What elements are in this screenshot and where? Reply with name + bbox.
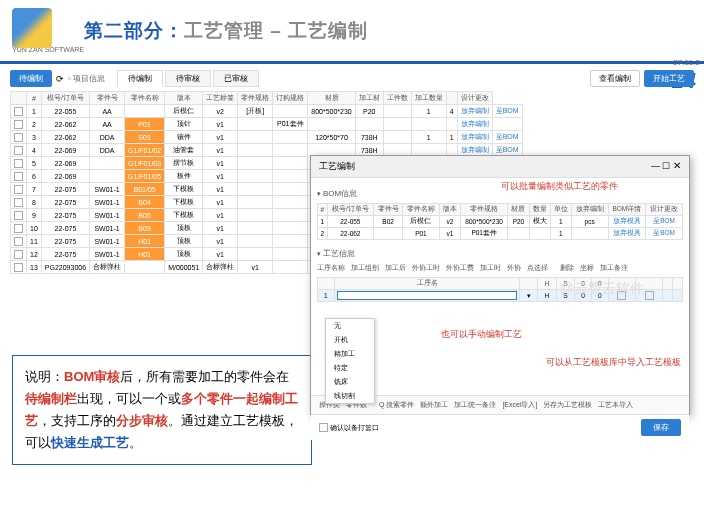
workstep-grid: 工序名HS00 1 ▾ HS00 [317, 277, 683, 302]
table-row[interactable]: 222-062AAP01顶针v1P01套件放弃编制 [11, 118, 523, 131]
bom-table: #模号/订单号零件号零件名称版本零件规格材质数量单位放弃编制BOM详情设计更改 … [317, 203, 683, 240]
dialog-title: 工艺编制 [319, 160, 355, 173]
row-checkbox[interactable] [11, 261, 27, 274]
col-header: # [27, 92, 42, 105]
minimize-icon[interactable]: — [651, 161, 660, 171]
col-header: 版本 [165, 92, 203, 105]
dropdown-item[interactable]: 开机 [326, 333, 374, 347]
table-row[interactable]: 222-062P01v1P01套件1放弃模具至BOM [318, 228, 683, 240]
dropdown-item[interactable]: 特定 [326, 361, 374, 375]
col-header: 订购规格 [273, 92, 308, 105]
row-checkbox[interactable] [11, 131, 27, 144]
ws-column-label: 加工后 [385, 263, 406, 273]
save-button[interactable]: 保存 [641, 419, 681, 436]
workstep-dropdown: 无开机精加工特定铣床线切割 [325, 318, 375, 404]
row-checkbox[interactable] [11, 209, 27, 222]
row-checkbox[interactable] [11, 170, 27, 183]
logo: YUN ZAN SOFTWARE [12, 8, 84, 53]
start-process-button[interactable]: 开始工艺 [644, 70, 694, 87]
confirm-checkbox[interactable]: 确认以备打篮口 [319, 423, 379, 433]
footer-action[interactable]: Q 搜索零件 [379, 400, 414, 410]
tab-review[interactable]: 待审核 [165, 70, 211, 87]
workstep-columns: 工序名称加工组别加工后外协工时外协工费加工时外协点选择删除坐标加工备注 [317, 263, 683, 273]
ws-column-label: 删除 [560, 263, 574, 273]
maximize-icon[interactable]: ☐ [662, 161, 670, 171]
option-checkbox[interactable] [645, 291, 654, 300]
ws-column-label: 加工备注 [600, 263, 628, 273]
annotation-batch: 可以批量编制类似工艺的零件 [501, 180, 618, 193]
project-filter[interactable]: ▫ 项目信息 [68, 73, 105, 84]
col-header: 设计更改 [457, 92, 492, 105]
footer-action[interactable]: 加工统一备注 [454, 400, 496, 410]
option-checkbox[interactable] [617, 291, 626, 300]
col-header: 加工数量 [411, 92, 446, 105]
col-header: 零件号 [90, 92, 125, 105]
status-tabs: 待编制 待审核 已审核 [117, 70, 259, 87]
table-row[interactable]: 322-062DDAS01镶件v1120*50*70738H11放弃编制至BOM [11, 131, 523, 144]
ws-column-label: 工序名称 [317, 263, 345, 273]
ws-column-label: 外协 [507, 263, 521, 273]
footer-action[interactable]: [Excel导入] [502, 400, 537, 410]
dropdown-trigger[interactable]: ▾ [520, 290, 538, 302]
ws-column-label: 加工时 [480, 263, 501, 273]
tab-pending[interactable]: 待编制 [117, 70, 163, 87]
row-checkbox[interactable] [11, 196, 27, 209]
col-header: 零件规格 [238, 92, 273, 105]
ws-column-label: 点选择 [527, 263, 548, 273]
ws-column-label: 加工组别 [351, 263, 379, 273]
bom-section-toggle[interactable]: BOM信息 [317, 188, 683, 199]
ws-column-label: 坐标 [580, 263, 594, 273]
row-checkbox[interactable] [11, 118, 27, 131]
footer-action[interactable]: 工艺本导入 [598, 400, 633, 410]
annotation-template: 可以从工艺模板库中导入工艺模板 [546, 356, 681, 369]
row-checkbox[interactable] [11, 183, 27, 196]
row-checkbox[interactable] [11, 157, 27, 170]
row-checkbox[interactable] [11, 248, 27, 261]
dialog-header: 工艺编制 — ☐ ✕ [311, 156, 689, 178]
tab-done[interactable]: 已审核 [213, 70, 259, 87]
col-header: 零件名称 [125, 92, 165, 105]
row-checkbox[interactable] [11, 235, 27, 248]
dropdown-item[interactable]: 无 [326, 319, 374, 333]
toolbar: 待编制 ⟳ ▫ 项目信息 待编制 待审核 已审核 查看编制 开始工艺 [10, 70, 694, 87]
process-edit-dialog: 工艺编制 — ☐ ✕ BOM信息 可以批量编制类似工艺的零件 #模号/订单号零件… [310, 155, 690, 415]
refresh-icon[interactable]: ⟳ [56, 74, 64, 84]
table-row[interactable]: 122-055AA后模仁v2[开板]800*500*230P2014放弃编制至B… [11, 105, 523, 118]
col-header [446, 92, 457, 105]
annotation-manual: 也可以手动编制工艺 [441, 328, 522, 341]
col-header: 工艺标签 [203, 92, 238, 105]
close-icon[interactable]: ✕ [673, 160, 681, 171]
dialog-controls: — ☐ ✕ [651, 160, 681, 173]
pending-button[interactable]: 待编制 [10, 70, 52, 87]
footer-action[interactable]: 额外加工 [420, 400, 448, 410]
row-checkbox[interactable] [11, 105, 27, 118]
dropdown-item[interactable]: 精加工 [326, 347, 374, 361]
col-header [11, 92, 27, 105]
explanation-box: 说明：BOM审核后，所有需要加工的零件会在待编制栏出现，可以一个或多个零件一起编… [12, 355, 312, 465]
page-title: 第二部分：工艺管理 – 工艺编制 [84, 18, 368, 44]
col-header: 材质 [308, 92, 356, 105]
ws-column-label: 外协工时 [412, 263, 440, 273]
table-row[interactable]: 122-055B02后模仁v2800*500*230P20模大1pcs放弃模具至… [318, 216, 683, 228]
row-checkbox[interactable] [11, 222, 27, 235]
row-checkbox[interactable] [11, 144, 27, 157]
dropdown-item[interactable]: 铣床 [326, 375, 374, 389]
col-header: 模号/订单号 [41, 92, 89, 105]
page-header: YUN ZAN SOFTWARE 第二部分：工艺管理 – 工艺编制 [0, 0, 704, 64]
workstep-name-input[interactable] [337, 291, 518, 300]
footer-action[interactable]: 另存为工艺模板 [543, 400, 592, 410]
dropdown-item[interactable]: 线切割 [326, 389, 374, 403]
view-edit-button[interactable]: 查看编制 [590, 70, 640, 87]
process-section-toggle[interactable]: 工艺信息 [317, 248, 683, 259]
ws-column-label: 外协工费 [446, 263, 474, 273]
col-header: 加工材 [355, 92, 383, 105]
col-header: 工件数 [383, 92, 411, 105]
